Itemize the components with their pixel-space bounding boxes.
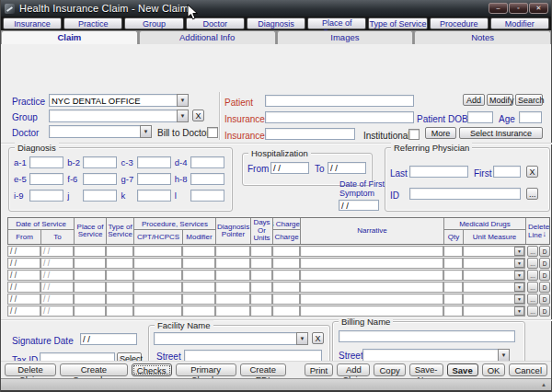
cell-modifier[interactable]	[182, 282, 215, 293]
action-button-cancel[interactable]: Cancel	[509, 363, 547, 376]
diagnosis-input-l[interactable]	[190, 190, 224, 202]
first-symptom-input[interactable]	[339, 200, 379, 211]
cell-charge[interactable]	[272, 282, 300, 293]
cell-diagnosis-pointer[interactable]	[215, 246, 250, 257]
cell-qty[interactable]	[443, 294, 463, 305]
billing-street-dropdown-icon[interactable]: ▼	[498, 349, 510, 362]
cell-to[interactable]: / /	[40, 270, 74, 281]
diagnosis-input-h-8[interactable]	[190, 173, 224, 185]
cell-narrative[interactable]	[300, 282, 443, 293]
row-browse-button[interactable]: ...	[527, 246, 538, 257]
cell-days-or-units[interactable]	[250, 306, 272, 317]
scroll-up-icon[interactable]: ▲	[539, 380, 548, 389]
nav-button-procedure[interactable]: Procedure	[430, 17, 489, 29]
action-button-create-edi[interactable]: Create EDI	[240, 363, 286, 376]
cell-place-of-service[interactable]	[74, 270, 106, 281]
unit-measure-dropdown-icon[interactable]: ▼	[514, 247, 524, 256]
diagnosis-input-d-4[interactable]	[190, 156, 224, 168]
cell-from[interactable]: / /	[7, 258, 40, 269]
row-delete-button[interactable]: D	[539, 270, 550, 281]
action-button-save-new[interactable]: Save-New	[409, 363, 443, 376]
unit-measure-dropdown-icon[interactable]: ▼	[514, 259, 524, 268]
hospitalization-to-input[interactable]	[328, 162, 366, 174]
row-browse-button[interactable]: ...	[527, 270, 538, 281]
practice-dropdown-icon[interactable]: ▼	[177, 94, 189, 107]
referring-id-input[interactable]	[409, 188, 521, 200]
referring-browse-button[interactable]: ...	[526, 188, 538, 200]
diagnosis-input-b-2[interactable]	[83, 156, 117, 168]
nav-button-group[interactable]: Group	[124, 17, 183, 29]
cell-narrative[interactable]	[300, 246, 443, 257]
cell-place-of-service[interactable]	[74, 306, 106, 317]
cell-modifier[interactable]	[182, 294, 215, 305]
unit-measure-dropdown-icon[interactable]: ▼	[514, 294, 524, 304]
referring-last-input[interactable]	[409, 166, 468, 178]
cell-type-of-service[interactable]	[106, 270, 133, 281]
cell-days-or-units[interactable]	[250, 246, 272, 257]
tab-notes[interactable]: Notes	[414, 30, 551, 44]
diagnosis-input-i-9[interactable]	[29, 190, 63, 202]
cell-qty[interactable]	[443, 258, 463, 269]
cell-to[interactable]: / /	[40, 294, 74, 305]
cell-type-of-service[interactable]	[106, 258, 133, 269]
cell-from[interactable]: / /	[7, 270, 40, 281]
cell-qty[interactable]	[443, 282, 463, 293]
group-dropdown-icon[interactable]: ▼	[177, 110, 189, 122]
cell-qty[interactable]	[443, 246, 463, 257]
cell-charge[interactable]	[272, 246, 300, 257]
row-browse-button[interactable]: ...	[527, 258, 538, 269]
facility-clear-button[interactable]: X	[312, 332, 324, 344]
cell-modifier[interactable]	[182, 306, 215, 317]
cell-type-of-service[interactable]	[106, 306, 133, 317]
unit-measure-dropdown-icon[interactable]: ▼	[514, 271, 524, 280]
cell-cpt-hcpcs[interactable]	[133, 306, 182, 317]
select-insurance-button[interactable]: Select Insurance	[459, 127, 543, 139]
facility-dropdown-icon[interactable]: ▼	[296, 332, 308, 345]
diagnosis-input-f-6[interactable]	[83, 173, 117, 185]
unit-measure-dropdown-icon[interactable]: ▼	[514, 282, 524, 292]
cell-from[interactable]: / /	[7, 294, 40, 305]
age-input[interactable]	[519, 111, 542, 123]
cell-type-of-service[interactable]	[106, 294, 133, 305]
nav-button-type-of-service[interactable]: Type of Service	[368, 17, 427, 29]
close-icon[interactable]: ✕	[529, 3, 548, 14]
cell-unit-measure[interactable]: ▼	[463, 282, 525, 293]
group-clear-button[interactable]: X	[192, 110, 204, 121]
billing-street-input[interactable]	[362, 349, 498, 362]
cell-unit-measure[interactable]: ▼	[463, 306, 525, 317]
cell-qty[interactable]	[443, 306, 463, 317]
minimize-icon[interactable]: –	[489, 3, 508, 14]
cell-cpt-hcpcs[interactable]	[133, 246, 182, 257]
row-browse-button[interactable]: ...	[527, 294, 538, 305]
bill-to-doctor-checkbox[interactable]	[207, 127, 218, 138]
nav-button-place-of-service[interactable]: Place of Service	[307, 17, 366, 29]
action-button-save[interactable]: Save	[447, 363, 478, 376]
cell-modifier[interactable]	[182, 258, 215, 269]
cell-diagnosis-pointer[interactable]	[215, 306, 250, 317]
facility-name-input[interactable]	[154, 332, 296, 345]
cell-unit-measure[interactable]: ▼	[463, 246, 525, 257]
row-delete-button[interactable]: D	[539, 258, 550, 269]
doctor-input[interactable]	[49, 125, 140, 138]
cell-narrative[interactable]	[300, 258, 443, 269]
cell-days-or-units[interactable]	[250, 258, 272, 269]
tab-claim[interactable]: Claim	[1, 30, 138, 44]
cell-to[interactable]: / /	[40, 246, 74, 257]
nav-button-modifier[interactable]: Modifier	[490, 17, 549, 29]
cell-diagnosis-pointer[interactable]	[215, 282, 250, 293]
add-button[interactable]: Add	[463, 94, 485, 106]
cell-from[interactable]: / /	[7, 306, 40, 317]
patient-dob-input[interactable]	[467, 111, 493, 123]
cell-place-of-service[interactable]	[74, 294, 106, 305]
doctor-dropdown-icon[interactable]: ▼	[140, 125, 152, 138]
row-browse-button[interactable]: ...	[527, 282, 538, 293]
patient-input[interactable]	[265, 95, 414, 107]
insurance-input[interactable]	[265, 111, 414, 123]
diagnosis-input-c-3[interactable]	[137, 156, 171, 168]
cell-place-of-service[interactable]	[74, 282, 106, 293]
action-button-create-secondary[interactable]: Create Secondary	[60, 363, 128, 376]
cell-charge[interactable]	[272, 258, 300, 269]
institutional-checkbox[interactable]	[408, 129, 420, 140]
cell-modifier[interactable]	[182, 246, 215, 257]
search-button[interactable]: Search	[515, 94, 543, 106]
